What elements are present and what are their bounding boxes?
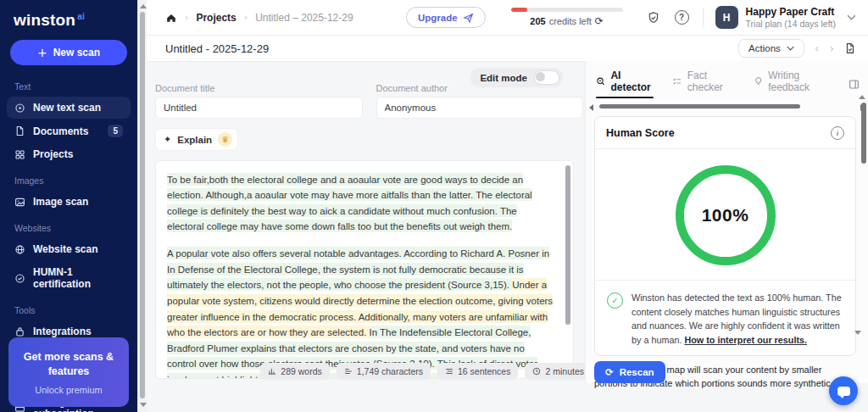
upgrade-promo-card[interactable]: Get more scans & features Unlock premium xyxy=(8,337,129,407)
character-count-badge: 1,749 characters xyxy=(337,363,431,380)
chevron-down-icon xyxy=(847,14,856,20)
shield-check-icon[interactable] xyxy=(647,10,661,25)
help-glyph: ? xyxy=(675,10,689,25)
panel-horizontal-scrollbar[interactable] xyxy=(589,103,865,111)
section-label-tools: Tools xyxy=(0,296,137,320)
main-area: › Projects › Untitled – 2025-12-29 Upgra… xyxy=(147,0,868,412)
human-score-card: Human Score i 100% ✓ Winston has detecte… xyxy=(594,116,856,356)
document-author-input[interactable] xyxy=(376,97,584,119)
actions-button[interactable]: Actions xyxy=(738,39,804,58)
globe-icon xyxy=(14,244,25,255)
sentences-icon xyxy=(445,367,453,376)
user-menu[interactable]: H Happy Paper Craft Trial plan (14 days … xyxy=(715,6,856,29)
stat-text: 16 sentences xyxy=(458,366,510,376)
sidebar-item-image-scan[interactable]: Image scan xyxy=(7,191,131,213)
text-scrollbar-thumb[interactable] xyxy=(565,165,570,325)
tab-fact-checker[interactable]: Fact checker xyxy=(672,70,734,98)
sidebar-item-projects[interactable]: Projects xyxy=(7,143,131,165)
fact-checker-icon xyxy=(672,75,682,87)
ai-detector-icon xyxy=(596,75,605,87)
chat-launcher[interactable] xyxy=(829,376,858,405)
collapse-panel-icon[interactable] xyxy=(849,79,860,90)
paragraph: A popular vote also offers several notab… xyxy=(167,246,556,379)
tab-ai-detector[interactable]: AI detector xyxy=(596,70,654,98)
tab-writing-feedback[interactable]: Writing feedback xyxy=(754,70,830,98)
human-score-value: 100% xyxy=(702,205,749,225)
document-icon xyxy=(14,125,25,136)
breadcrumb-separator: › xyxy=(244,12,248,23)
characters-icon xyxy=(344,367,353,376)
clock-icon xyxy=(532,367,541,376)
sidebar-item-new-text-scan[interactable]: New text scan xyxy=(7,97,131,119)
horizontal-scrollbar-thumb[interactable] xyxy=(599,104,800,109)
header-right-cluster: Upgrade 205 credits left ⟳ ? xyxy=(406,6,856,29)
edit-mode-toggle[interactable]: Edit mode xyxy=(470,68,563,87)
next-document-button[interactable]: › xyxy=(829,42,834,54)
refresh-credits-icon[interactable]: ⟳ xyxy=(595,15,604,27)
new-scan-button[interactable]: + New scan xyxy=(10,40,127,65)
winston-logo[interactable]: winstonai xyxy=(0,0,137,36)
documents-count-badge: 5 xyxy=(108,125,123,137)
top-header: › Projects › Untitled – 2025-12-29 Upgra… xyxy=(147,0,868,36)
words-icon xyxy=(268,367,276,376)
help-icon[interactable]: ? xyxy=(675,10,689,25)
explain-button[interactable]: ✦ Explain ♛ xyxy=(155,128,238,151)
export-document-icon[interactable] xyxy=(844,42,856,54)
scroll-left-arrow[interactable] xyxy=(589,104,593,111)
sidebar-item-documents[interactable]: Documents 5 xyxy=(7,120,131,142)
tab-label: AI detector xyxy=(610,70,654,93)
scanned-text-panel[interactable]: To be fair,both the electoral college an… xyxy=(155,160,574,379)
breadcrumb-separator: › xyxy=(185,12,188,23)
toggle-switch[interactable] xyxy=(534,70,559,85)
sidebar-item-label: HUMN-1 certification xyxy=(33,266,123,290)
page-scrollbar-thumb[interactable] xyxy=(140,12,145,398)
sidebar: winstonai + New scan Text New text scan … xyxy=(0,0,137,412)
avatar: H xyxy=(715,6,738,29)
word-count-badge: 289 words xyxy=(260,363,329,380)
document-stats: 289 words 1,749 characters 16 sentences … xyxy=(164,363,592,380)
sidebar-item-humn1-certification[interactable]: HUMN-1 certification xyxy=(7,261,131,295)
scanned-text: To be fair,both the electoral college an… xyxy=(167,171,556,378)
stat-text: 1,749 characters xyxy=(357,366,423,376)
panel-tabs: AI detector Fact checker Writing feedbac… xyxy=(586,61,868,103)
explain-label: Explain xyxy=(177,135,212,145)
upgrade-button[interactable]: Upgrade xyxy=(406,7,486,28)
panel-scroll-down-arrow[interactable] xyxy=(854,331,861,335)
document-toolbar: Untitled - 2025-12-29 Actions ‹ › xyxy=(147,36,868,62)
panel-vertical-scrollbar-thumb[interactable] xyxy=(861,103,866,164)
breadcrumb-projects[interactable]: Projects xyxy=(196,12,236,24)
home-icon[interactable] xyxy=(165,12,177,24)
credits-progress-bar xyxy=(511,8,623,12)
toggle-knob xyxy=(536,72,545,81)
grid-icon xyxy=(14,149,25,160)
sidebar-item-website-scan[interactable]: Website scan xyxy=(7,238,131,260)
ai-results-panel: AI detector Fact checker Writing feedbac… xyxy=(585,61,868,383)
document-title-input[interactable] xyxy=(155,97,363,119)
breadcrumb: › Projects › Untitled – 2025-12-29 xyxy=(165,12,353,24)
human-score-gauge: 100% xyxy=(676,165,776,265)
panel-scroll-up-arrow[interactable] xyxy=(859,95,865,99)
scroll-up-arrow[interactable] xyxy=(140,4,147,8)
upgrade-label: Upgrade xyxy=(418,13,458,23)
section-label-text: Text xyxy=(0,72,137,96)
winston-app: winstonai + New scan Text New text scan … xyxy=(0,0,868,412)
scroll-down-arrow[interactable] xyxy=(140,403,147,407)
prev-document-button[interactable]: ‹ xyxy=(815,42,820,54)
panel-icon-glyph xyxy=(849,79,860,90)
section-label-websites: Websites xyxy=(0,214,137,237)
rescan-button[interactable]: ⟳ Rescan xyxy=(594,361,665,383)
document-title-label: Document title xyxy=(155,83,363,93)
credits-value: 205 xyxy=(530,16,545,26)
check-circle-icon: ✓ xyxy=(607,292,623,309)
promo-subtitle: Unlock premium xyxy=(17,385,120,395)
stat-text: 289 words xyxy=(281,366,321,376)
human-score-title: Human Score xyxy=(606,127,675,139)
user-name: Happy Paper Craft xyxy=(746,6,836,19)
detection-result: ✓ Winston has detected the text as 100% … xyxy=(595,280,855,348)
certification-check-icon xyxy=(14,273,25,284)
sidebar-item-label: Integrations xyxy=(33,326,92,337)
new-scan-label: New scan xyxy=(53,47,100,58)
info-icon[interactable]: i xyxy=(831,126,844,140)
actions-label: Actions xyxy=(748,43,781,53)
interpret-results-link[interactable]: How to interpret our results. xyxy=(684,335,807,345)
